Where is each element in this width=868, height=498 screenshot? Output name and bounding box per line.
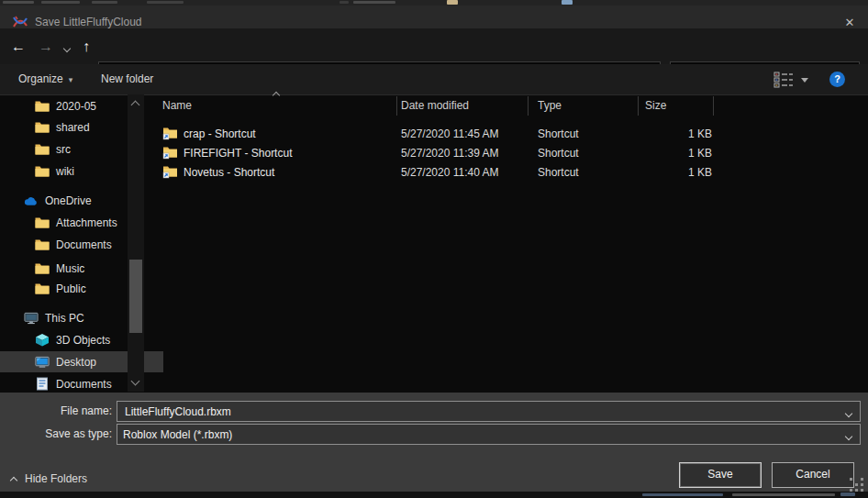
- column-header-date-modified[interactable]: Date modified: [401, 94, 469, 117]
- help-button[interactable]: ?: [829, 72, 845, 87]
- scrollbar-thumb[interactable]: [129, 260, 142, 333]
- file-row[interactable]: crap - Shortcut5/27/2020 11:45 AMShortcu…: [147, 124, 868, 143]
- navigation-bar: ← → ↑ This PC Desktop ↻: [0, 28, 868, 64]
- column-header-size[interactable]: Size: [645, 94, 666, 117]
- sidebar-item-label: Documents: [56, 378, 112, 391]
- recent-locations-chevron-icon[interactable]: [59, 28, 75, 64]
- file-size-cell: 1 KB: [644, 166, 712, 179]
- file-list-header: Name Date modified Type Size: [147, 94, 868, 117]
- folder-icon: [35, 120, 50, 135]
- file-name-input[interactable]: [123, 404, 838, 419]
- folder-tree-sidebar: 2020-05sharedsrcwikiOneDriveAttachmentsD…: [0, 94, 147, 392]
- scroll-up-icon[interactable]: [131, 101, 140, 110]
- folder-icon: [35, 142, 50, 157]
- chevron-down-icon[interactable]: [838, 404, 860, 420]
- organize-caret-icon: ▾: [69, 75, 73, 84]
- file-row[interactable]: Novetus - Shortcut5/27/2020 11:40 AMShor…: [147, 162, 868, 182]
- folder-icon: [35, 238, 50, 252]
- dialog-titlebar: Save LittleFluffyCloud ✕: [0, 6, 868, 28]
- file-date-cell: 5/27/2020 11:40 AM: [401, 166, 499, 179]
- file-size-cell: 1 KB: [644, 147, 712, 160]
- column-header-type[interactable]: Type: [538, 94, 562, 117]
- sidebar-item-label: Documents: [56, 238, 112, 251]
- folder-icon: [35, 99, 50, 114]
- chevron-up-icon: [10, 476, 17, 483]
- file-row[interactable]: FIREFIGHT - Shortcut5/27/2020 11:39 AMSh…: [147, 143, 868, 162]
- file-name-combobox[interactable]: [117, 401, 861, 422]
- background-window-bottom-sliver: [0, 492, 868, 498]
- onedrive-icon: [24, 194, 39, 208]
- save-as-type-combobox[interactable]: Roblox Model (*.rbxm): [117, 424, 861, 445]
- folder-icon: [35, 261, 50, 276]
- chevron-down-icon[interactable]: [838, 426, 860, 443]
- file-date-cell: 5/27/2020 11:39 AM: [401, 147, 499, 160]
- file-name-cell: crap - Shortcut: [184, 127, 256, 140]
- file-name-cell: FIREFIGHT - Shortcut: [184, 147, 292, 160]
- sidebar-item-label: Desktop: [56, 356, 96, 369]
- save-button[interactable]: Save: [679, 462, 762, 488]
- file-type-cell: Shortcut: [538, 127, 579, 140]
- cancel-button[interactable]: Cancel: [772, 462, 854, 488]
- forward-icon[interactable]: →: [33, 28, 59, 64]
- folder-icon: [35, 282, 50, 296]
- documents-icon: [35, 377, 50, 392]
- 3d-objects-icon: [35, 333, 50, 348]
- save-as-type-label: Save as type:: [0, 427, 112, 440]
- folder-icon: [35, 216, 50, 230]
- details-view-icon: [773, 72, 810, 88]
- sidebar-item-label: wiki: [56, 165, 74, 178]
- sidebar-item-label: shared: [56, 121, 90, 134]
- file-type-cell: Shortcut: [538, 166, 579, 179]
- sidebar-item-label: Attachments: [56, 216, 117, 229]
- organize-button[interactable]: Organize▾: [18, 64, 72, 94]
- file-name-cell: Novetus - Shortcut: [184, 166, 274, 179]
- this-pc-icon: [24, 311, 39, 326]
- file-size-cell: 1 KB: [644, 127, 712, 140]
- sidebar-item-label: Music: [56, 262, 84, 275]
- folder-icon: [35, 164, 50, 179]
- up-icon[interactable]: ↑: [75, 28, 97, 64]
- change-view-button[interactable]: [773, 72, 810, 88]
- column-header-name[interactable]: Name: [162, 94, 192, 117]
- command-toolbar: Organize▾ New folder ?: [0, 64, 868, 95]
- sidebar-item-label: 3D Objects: [56, 334, 110, 347]
- file-type-cell: Shortcut: [538, 147, 579, 160]
- resize-grip[interactable]: [850, 478, 864, 492]
- save-as-type-value: Roblox Model (*.rbxm): [123, 428, 838, 441]
- file-name-label: File name:: [0, 404, 112, 417]
- shortcut-folder-icon: [162, 165, 178, 179]
- shortcut-folder-icon: [162, 146, 178, 160]
- desktop-icon: [35, 355, 50, 370]
- new-folder-button[interactable]: New folder: [101, 64, 153, 94]
- sidebar-item-label: Public: [56, 282, 86, 295]
- scroll-down-icon[interactable]: [131, 377, 140, 386]
- sidebar-item-label: OneDrive: [45, 194, 92, 207]
- sidebar-item-label: src: [56, 143, 71, 156]
- file-date-cell: 5/27/2020 11:45 AM: [401, 127, 499, 140]
- shortcut-folder-icon: [162, 127, 178, 140]
- sidebar-item-label: 2020-05: [56, 100, 96, 113]
- sidebar-scrollbar[interactable]: [128, 94, 144, 392]
- hide-folders-button[interactable]: Hide Folders: [11, 469, 87, 489]
- sidebar-item-label: This PC: [45, 312, 84, 325]
- back-icon[interactable]: ←: [6, 28, 31, 64]
